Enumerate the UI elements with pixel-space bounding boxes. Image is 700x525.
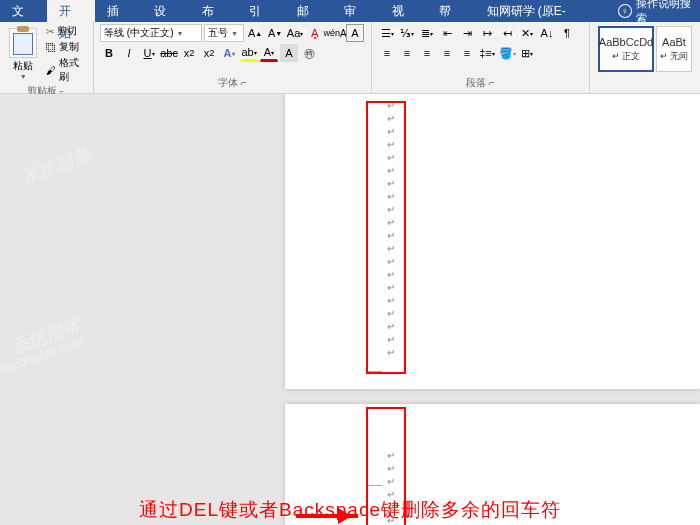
paragraph-mark: ↵ <box>285 255 700 268</box>
align-center-button[interactable]: ≡ <box>398 44 416 62</box>
annotation-caption: 通过DEL键或者Backspace键删除多余的回车符 <box>0 497 700 523</box>
paragraph-mark: ↵ <box>285 177 700 190</box>
tab-cnki[interactable]: 知网研学 (原E-Study) <box>475 0 610 22</box>
watermark: xitongbuluo.com <box>0 333 84 379</box>
bold-button[interactable]: B <box>100 44 118 62</box>
underline-button[interactable]: U▾ <box>140 44 158 62</box>
paragraph-mark: ↵ <box>285 281 700 294</box>
group-paragraph: 段落 ⌐ <box>378 76 583 91</box>
distribute-button[interactable]: ≡ <box>458 44 476 62</box>
menu-tabs: 文件 开始 插入 设计 布局 引用 邮件 审阅 视图 帮助 知网研学 (原E-S… <box>0 0 700 22</box>
enclose-char-button[interactable]: ㊕ <box>300 44 318 62</box>
clear-format-button[interactable]: A͓ <box>306 24 324 42</box>
highlight-box <box>366 101 406 374</box>
paragraph-mark: ↵ <box>285 203 700 216</box>
strike-button[interactable]: abc <box>160 44 178 62</box>
font-size-select[interactable]: 五号▼ <box>204 24 244 42</box>
tab-mail[interactable]: 邮件 <box>285 0 332 22</box>
style-normal[interactable]: AaBbCcDd ↵ 正文 <box>598 26 654 72</box>
phonetic-button[interactable]: wénA <box>326 24 344 42</box>
paragraph-mark: ↵ <box>285 190 700 203</box>
font-color-button[interactable]: A▾ <box>260 44 278 62</box>
tab-home[interactable]: 开始 <box>47 0 94 22</box>
decrease-indent-button[interactable]: ⇤ <box>438 24 456 42</box>
paragraph-mark: ↵ <box>285 475 700 488</box>
sort-button[interactable]: A↓ <box>538 24 556 42</box>
asian-layout-button[interactable]: ✕▾ <box>518 24 536 42</box>
paragraph-mark: ↵ <box>285 294 700 307</box>
paragraph-mark: ↵ <box>285 346 700 359</box>
paragraph-mark: ↵ <box>285 307 700 320</box>
tab-view[interactable]: 视图 <box>380 0 427 22</box>
paragraph-mark: ↵ <box>285 449 700 462</box>
ltr-button[interactable]: ↦ <box>478 24 496 42</box>
paragraph-mark: ↵ <box>285 164 700 177</box>
style-no-spacing[interactable]: AaBt ↵ 无间 <box>656 26 692 72</box>
watermark: 系统部落 <box>18 142 94 189</box>
document-area[interactable]: 系统部落 xitongbuluo.com 系统部落 xitongbuluo.co… <box>0 94 700 525</box>
paragraph-mark: ↵ <box>285 268 700 281</box>
grow-font-button[interactable]: A▲ <box>246 24 264 42</box>
paragraph-mark: ↵ <box>285 99 700 112</box>
tab-help[interactable]: 帮助 <box>427 0 474 22</box>
bulb-icon: ♀ <box>618 4 632 18</box>
borders-button[interactable]: ⊞▾ <box>518 44 536 62</box>
paragraph-mark: ↵ <box>285 125 700 138</box>
brush-icon: 🖌 <box>46 65 56 76</box>
paragraph-mark: ↵ <box>285 333 700 346</box>
paragraph-mark: ↵ <box>285 151 700 164</box>
tab-design[interactable]: 设计 <box>142 0 189 22</box>
shading-button[interactable]: 🪣▾ <box>498 44 516 62</box>
paragraph-mark: ↵ <box>285 138 700 151</box>
increase-indent-button[interactable]: ⇥ <box>458 24 476 42</box>
multilevel-button[interactable]: ≣▾ <box>418 24 436 42</box>
group-font: 字体 ⌐ <box>100 76 365 91</box>
tab-insert[interactable]: 插入 <box>95 0 142 22</box>
subscript-button[interactable]: x2 <box>180 44 198 62</box>
shrink-font-button[interactable]: A▼ <box>266 24 284 42</box>
paragraph-mark: ↵ <box>285 320 700 333</box>
paragraph-mark: ↵ <box>285 112 700 125</box>
bullets-button[interactable]: ☰▾ <box>378 24 396 42</box>
paragraph-mark: ↵ <box>285 462 700 475</box>
rtl-button[interactable]: ↤ <box>498 24 516 42</box>
change-case-button[interactable]: Aa▾ <box>286 24 304 42</box>
numbering-button[interactable]: ⅓▾ <box>398 24 416 42</box>
copy-button[interactable]: ⿻复制 <box>46 40 87 54</box>
char-shading-button[interactable]: A <box>280 44 298 62</box>
ribbon: 粘贴 ▼ ✂剪切 ⿻复制 🖌格式刷 剪贴板 ⌐ 等线 (中文正文)▼ 五号▼ A… <box>0 22 700 94</box>
paragraph-mark: ↵ <box>285 242 700 255</box>
justify-button[interactable]: ≡ <box>438 44 456 62</box>
tab-references[interactable]: 引用 <box>237 0 284 22</box>
format-painter-button[interactable]: 🖌格式刷 <box>46 56 87 84</box>
cut-button[interactable]: ✂剪切 <box>46 24 87 38</box>
paste-button[interactable]: 粘贴 ▼ <box>6 28 40 80</box>
watermark: 系统部落 <box>8 312 84 359</box>
font-name-select[interactable]: 等线 (中文正文)▼ <box>100 24 202 42</box>
scissors-icon: ✂ <box>46 26 54 37</box>
copy-icon: ⿻ <box>46 42 56 53</box>
tab-file[interactable]: 文件 <box>0 0 47 22</box>
superscript-button[interactable]: x2 <box>200 44 218 62</box>
align-left-button[interactable]: ≡ <box>378 44 396 62</box>
italic-button[interactable]: I <box>120 44 138 62</box>
align-right-button[interactable]: ≡ <box>418 44 436 62</box>
tab-review[interactable]: 审阅 <box>332 0 379 22</box>
text-effects-button[interactable]: A▾ <box>220 44 238 62</box>
paragraph-mark: ↵ <box>285 216 700 229</box>
paragraph-mark: ↵ <box>285 229 700 242</box>
tab-layout[interactable]: 布局 <box>190 0 237 22</box>
page-1[interactable]: ↵ ↵ ↵ ↵ ↵ ↵ ↵ ↵ ↵ ↵ ↵ ↵ ↵ ↵ ↵ ↵ ↵ ↵ ↵ ↵ <box>285 94 700 389</box>
highlight-button[interactable]: ab▾ <box>240 44 258 62</box>
char-border-button[interactable]: A <box>346 24 364 42</box>
paste-icon <box>9 28 37 58</box>
show-marks-button[interactable]: ¶ <box>558 24 576 42</box>
line-spacing-button[interactable]: ‡≡▾ <box>478 44 496 62</box>
